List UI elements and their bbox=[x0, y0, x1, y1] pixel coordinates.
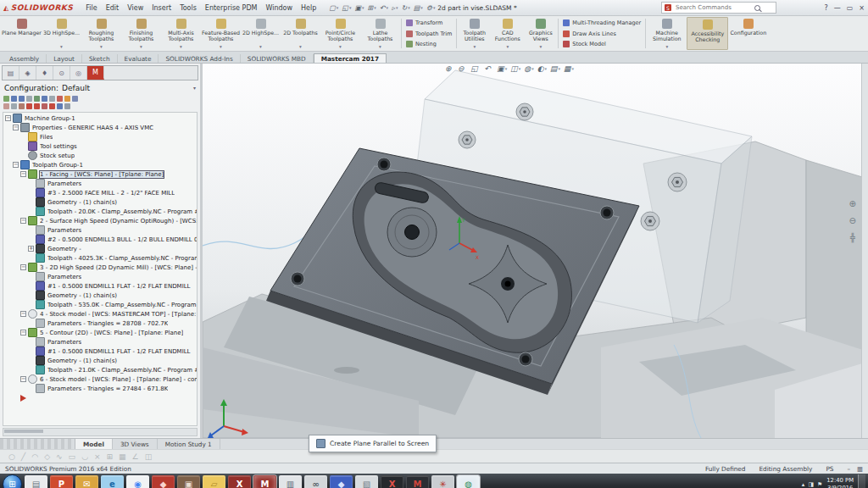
blue-app[interactable]: ◆ bbox=[330, 475, 353, 488]
displaymanager-tab[interactable]: ◎ bbox=[70, 66, 87, 80]
tree-horizontal-scrollbar[interactable] bbox=[3, 428, 198, 436]
hide-show-items-icon[interactable]: ◐▾ bbox=[537, 64, 547, 73]
command-tab[interactable]: Sketch bbox=[82, 54, 118, 63]
toolpath-toolbar-icon[interactable] bbox=[3, 96, 9, 102]
dropdown-caret-icon[interactable]: ▾ bbox=[473, 44, 476, 50]
tree-item[interactable] bbox=[3, 393, 197, 402]
toolpath-toolbar-icon[interactable] bbox=[64, 96, 70, 102]
open-icon[interactable]: ◱▾ bbox=[342, 4, 351, 12]
tree-expander[interactable]: − bbox=[13, 125, 19, 130]
search-box[interactable]: S bbox=[661, 2, 776, 14]
tree-expander[interactable]: − bbox=[20, 330, 26, 336]
ribbon-button[interactable]: Toolpath Utilities ▾ bbox=[458, 17, 491, 50]
ribbon-button[interactable]: Point/Circle Toolpaths ▾ bbox=[320, 17, 360, 50]
close-button[interactable]: × bbox=[859, 4, 865, 12]
view-settings-icon[interactable]: ▦▾ bbox=[564, 64, 574, 73]
ribbon-small-button[interactable]: Stock Model bbox=[563, 40, 641, 48]
chrome-app[interactable]: ◉ bbox=[126, 475, 149, 488]
search-icon[interactable] bbox=[754, 5, 760, 11]
tree-item[interactable]: − Properties - GENERIC HAAS 4 - AXIS VMC bbox=[3, 123, 197, 132]
ribbon-button[interactable]: Multi-Axis Toolpaths ▾ bbox=[161, 17, 201, 50]
select-icon[interactable]: ▹▾ bbox=[392, 4, 398, 12]
tree-item[interactable]: Parameters bbox=[3, 337, 197, 347]
dropdown-caret-icon[interactable]: ▾ bbox=[665, 44, 668, 50]
command-tab[interactable]: Mastercam 2017 bbox=[314, 53, 387, 63]
sketch-trim-icon[interactable]: × bbox=[94, 452, 101, 461]
tree-expander[interactable]: − bbox=[5, 115, 11, 121]
ribbon-button[interactable]: Finishing Toolpaths ▾ bbox=[121, 17, 161, 50]
menu-item[interactable]: Help bbox=[297, 4, 320, 12]
task-pane-collapsed[interactable] bbox=[861, 64, 868, 438]
dropdown-caret-icon[interactable]: ▾ bbox=[180, 44, 182, 50]
command-tab[interactable]: SOLIDWORKS Add-Ins bbox=[159, 54, 240, 63]
menu-item[interactable]: View bbox=[123, 4, 147, 12]
previous-view-icon[interactable]: ↶▾ bbox=[484, 64, 493, 73]
sketch-grid-icon[interactable]: ◫ bbox=[145, 452, 153, 461]
command-tab[interactable]: SOLIDWORKS MBD bbox=[241, 54, 314, 63]
toolpath-toolbar-icon[interactable] bbox=[11, 96, 17, 102]
ribbon-button[interactable]: 3D HighSpe... ▾ bbox=[42, 17, 81, 50]
tray-icon[interactable]: ▴ bbox=[802, 481, 805, 488]
sketch-line-icon[interactable]: ╱ bbox=[21, 452, 25, 461]
mastercam-x-app[interactable]: X bbox=[228, 475, 251, 488]
ribbon-small-button[interactable]: Draw Axis Lines bbox=[563, 30, 641, 38]
tree-item[interactable]: Parameters - Triangles = 28708 - 702.7K bbox=[3, 319, 197, 328]
toolpath-toolbar-icon[interactable] bbox=[19, 96, 25, 102]
mastercam-tab[interactable]: M bbox=[87, 66, 104, 80]
document-tab[interactable]: Motion Study 1 bbox=[158, 439, 220, 449]
tree-item[interactable]: #2 - 0.5000 ENDMILL3 BULL - 1/2 BULL END… bbox=[3, 235, 197, 244]
sketch-polygon-icon[interactable]: ◇ bbox=[44, 452, 50, 461]
minimize-button[interactable]: — bbox=[834, 4, 841, 12]
dropdown-caret-icon[interactable]: ▾ bbox=[379, 44, 381, 50]
edit-appearance-icon[interactable]: ▤▾ bbox=[550, 64, 560, 73]
menu-item[interactable]: Insert bbox=[147, 4, 175, 12]
tree-item[interactable]: Toolpath - 20.0K - Clamp_Assembly.NC - P… bbox=[3, 207, 197, 216]
tree-item[interactable]: Geometry - (1) chain(s) bbox=[3, 197, 197, 207]
tree-item[interactable]: Parameters bbox=[3, 179, 197, 188]
tree-item[interactable]: Toolpath - 21.0K - Clamp_Assembly.NC - P… bbox=[3, 365, 197, 374]
loop-app[interactable]: ∞ bbox=[304, 475, 327, 488]
show-desktop-button[interactable] bbox=[858, 474, 865, 488]
tab-scrollbar[interactable] bbox=[0, 439, 75, 449]
propertymanager-tab[interactable]: ◈ bbox=[19, 66, 36, 80]
red-app[interactable]: ◆ bbox=[152, 475, 175, 488]
ribbon-button[interactable]: Configuration ▾ bbox=[728, 17, 768, 50]
dropdown-caret-icon[interactable]: ▾ bbox=[140, 44, 142, 50]
dropdown-caret-icon[interactable]: ▾ bbox=[259, 44, 262, 50]
tree-item[interactable]: Parameters bbox=[3, 225, 197, 235]
toolpath-toolbar-icon[interactable] bbox=[49, 103, 55, 109]
tree-item[interactable]: Files bbox=[3, 132, 197, 141]
outlook-app[interactable]: ✉ bbox=[75, 475, 98, 488]
configuration-value[interactable]: Default bbox=[62, 84, 90, 92]
ribbon-small-button[interactable]: Toolpath Trim bbox=[406, 30, 452, 38]
dropdown-caret-icon[interactable]: ▾ bbox=[339, 44, 342, 50]
tree-expander[interactable]: − bbox=[20, 264, 26, 270]
help-book-app[interactable]: ▥ bbox=[279, 475, 302, 488]
options-icon[interactable]: ⚙▾ bbox=[426, 4, 436, 12]
dropdown-caret-icon[interactable]: ▾ bbox=[100, 44, 103, 50]
chevron-down-icon[interactable]: ▾ bbox=[193, 85, 196, 91]
dropdown-caret-icon[interactable]: ▾ bbox=[220, 44, 222, 50]
powerpoint-app[interactable]: P bbox=[50, 475, 73, 488]
search-input[interactable] bbox=[674, 3, 752, 12]
command-tab[interactable]: Layout bbox=[47, 54, 82, 63]
tree-item[interactable]: − 6 - Stock model - [WCS: Plane] - [Tpla… bbox=[3, 374, 197, 384]
command-tab[interactable]: Assembly bbox=[3, 54, 47, 63]
tree-expander[interactable]: + bbox=[28, 246, 34, 252]
tree-item[interactable]: Stock setup bbox=[3, 151, 197, 160]
m2017-logo-app[interactable]: M bbox=[406, 475, 429, 488]
internet-explorer-app[interactable]: e bbox=[101, 475, 124, 488]
ribbon-button[interactable]: Lathe Toolpaths ▾ bbox=[360, 17, 400, 50]
sketch-circle-icon[interactable]: ○ bbox=[8, 452, 15, 461]
tree-item[interactable]: − 1 - Facing - [WCS: Plane] - [Tplane: P… bbox=[3, 169, 197, 179]
tree-item[interactable]: Parameters - Triangles = 27484 - 671.8K bbox=[3, 384, 197, 393]
tree-expander[interactable]: − bbox=[20, 218, 26, 224]
print-icon[interactable]: ⊞▾ bbox=[367, 4, 376, 12]
tree-expander[interactable]: − bbox=[20, 376, 26, 382]
tray-icon[interactable]: ⚑ bbox=[817, 481, 822, 488]
menu-item[interactable]: Enterprise PDM bbox=[201, 4, 262, 12]
pan-icon[interactable]: ╬ bbox=[850, 233, 855, 242]
new-icon[interactable]: ▢▾ bbox=[329, 4, 338, 12]
ribbon-small-button[interactable]: Transform bbox=[406, 19, 452, 27]
tree-item[interactable]: − 3 - 2D High Speed (2D Dynamic Mill) - … bbox=[3, 263, 197, 272]
